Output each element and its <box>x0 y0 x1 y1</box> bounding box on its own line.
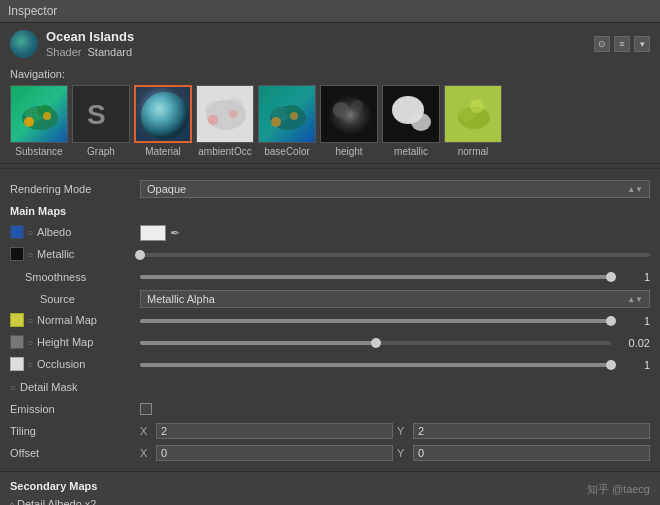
source-row: Source Metallic Alpha ▲▼ <box>10 289 650 309</box>
inspector-tab-bar: Inspector <box>0 0 660 23</box>
nav-label-height: height <box>335 146 362 157</box>
albedo-value: ✒ <box>140 225 650 241</box>
albedo-label: ○ Albedo <box>10 225 140 241</box>
normalmap-label: ○ Normal Map <box>10 313 140 329</box>
source-label: Source <box>10 293 140 305</box>
tiling-y-label: Y <box>397 425 409 437</box>
nav-label-normal: normal <box>458 146 489 157</box>
material-svg <box>136 87 192 143</box>
occlusion-slider-value: 1 <box>615 359 650 371</box>
svg-point-22 <box>333 102 349 118</box>
nav-thumb-metallic <box>382 85 440 143</box>
nav-item-basecolor[interactable]: baseColor <box>258 85 316 157</box>
offset-x-input[interactable] <box>156 445 393 461</box>
nav-label-material: Material <box>145 146 181 157</box>
offset-value: X Y <box>140 445 650 461</box>
normalmap-text: Normal Map <box>37 314 97 326</box>
shader-value: Standard <box>87 46 132 58</box>
divider-1 <box>0 168 660 169</box>
settings-icon[interactable]: ≡ <box>614 36 630 52</box>
title-section: Ocean Islands Shader Standard ⊙ ≡ ▾ <box>0 23 660 62</box>
source-dropdown-value: Metallic Alpha <box>147 293 215 305</box>
nav-item-material[interactable]: Material <box>134 85 192 157</box>
height-svg <box>321 86 378 143</box>
normalmap-slider-track <box>140 319 611 323</box>
svg-point-4 <box>43 112 51 120</box>
source-value: Metallic Alpha ▲▼ <box>140 290 650 308</box>
svg-point-21 <box>328 95 372 135</box>
detailmask-o-prefix: ○ <box>10 382 16 393</box>
smoothness-slider[interactable] <box>140 275 611 279</box>
heightmap-slider-track <box>140 341 611 345</box>
smoothness-row: Smoothness 1 <box>10 267 650 287</box>
rendering-mode-dropdown[interactable]: Opaque ▲▼ <box>140 180 650 198</box>
main-maps-header: Main Maps <box>10 203 66 219</box>
tiling-row: Tiling X Y <box>10 421 650 441</box>
nav-thumb-normal <box>444 85 502 143</box>
albedo-text: Albedo <box>37 226 71 238</box>
basecolor-svg <box>259 86 316 143</box>
smoothness-label: Smoothness <box>10 271 140 283</box>
rendering-mode-label: Rendering Mode <box>10 183 140 195</box>
heightmap-row: ○ Height Map 0.02 <box>10 333 650 353</box>
more-icon[interactable]: ▾ <box>634 36 650 52</box>
normalmap-slider-thumb[interactable] <box>606 316 616 326</box>
source-dropdown[interactable]: Metallic Alpha ▲▼ <box>140 290 650 308</box>
nav-label: Navigation: <box>10 68 650 80</box>
main-maps-header-row: Main Maps <box>10 201 650 221</box>
emission-checkbox[interactable] <box>140 403 152 415</box>
normalmap-o-prefix: ○ <box>27 315 33 326</box>
heightmap-slider-thumb[interactable] <box>371 338 381 348</box>
offset-row: Offset X Y <box>10 443 650 463</box>
nav-item-normal[interactable]: normal <box>444 85 502 157</box>
tiling-xy-row: X Y <box>140 423 650 439</box>
nav-item-ambientocc[interactable]: ambientOcc <box>196 85 254 157</box>
occlusion-slider-track <box>140 363 611 367</box>
metallic-svg <box>383 86 440 143</box>
svg-point-3 <box>24 117 34 127</box>
tiling-y-input[interactable] <box>413 423 650 439</box>
metallic-slider-track <box>140 253 650 257</box>
svg-point-23 <box>351 100 363 112</box>
heightmap-o-prefix: ○ <box>27 337 33 348</box>
normalmap-slider-value: 1 <box>615 315 650 327</box>
tiling-x-input[interactable] <box>156 423 393 439</box>
nav-item-graph[interactable]: S Graph <box>72 85 130 157</box>
dropdown-arrow-icon: ▲▼ <box>627 185 643 194</box>
detailmask-text: Detail Mask <box>20 381 77 393</box>
nav-item-metallic[interactable]: metallic <box>382 85 440 157</box>
metallic-row: ○ Metallic <box>10 245 650 265</box>
heightmap-slider-value: 0.02 <box>615 337 650 349</box>
substance-svg <box>11 86 68 143</box>
svg-point-13 <box>229 110 237 118</box>
nav-item-substance[interactable]: Substance <box>10 85 68 157</box>
scene-view-icon[interactable]: ⊙ <box>594 36 610 52</box>
occlusion-slider[interactable] <box>140 363 611 367</box>
offset-y-label: Y <box>397 447 409 459</box>
inspector-tab-label[interactable]: Inspector <box>8 4 57 18</box>
eyedropper-icon[interactable]: ✒ <box>170 226 180 240</box>
metallic-slider[interactable] <box>140 253 650 257</box>
heightmap-text: Height Map <box>37 336 93 348</box>
secondary-maps-section: Secondary Maps ◦ Detail Albedo x2 <box>0 471 660 505</box>
tiling-value: X Y <box>140 423 650 439</box>
title-icons: ⊙ ≡ ▾ <box>594 36 650 52</box>
occlusion-row: ○ Occlusion 1 <box>10 355 650 375</box>
secondary-maps-header: Secondary Maps <box>10 480 650 492</box>
ambient-svg <box>197 86 254 143</box>
normalmap-slider[interactable] <box>140 319 611 323</box>
tiling-x-label: X <box>140 425 152 437</box>
occlusion-slider-thumb[interactable] <box>606 360 616 370</box>
albedo-o-prefix: ○ <box>27 227 33 238</box>
albedo-color-swatch[interactable] <box>140 225 166 241</box>
nav-thumbnails: Substance S Graph <box>10 85 650 157</box>
svg-point-12 <box>208 115 218 125</box>
heightmap-slider[interactable] <box>140 341 611 345</box>
metallic-slider-thumb[interactable] <box>135 250 145 260</box>
nav-item-height[interactable]: height <box>320 85 378 157</box>
navigation-section: Navigation: Substance S <box>0 62 660 164</box>
offset-label: Offset <box>10 447 140 459</box>
offset-xy-row: X Y <box>140 445 650 461</box>
smoothness-slider-thumb[interactable] <box>606 272 616 282</box>
offset-y-input[interactable] <box>413 445 650 461</box>
